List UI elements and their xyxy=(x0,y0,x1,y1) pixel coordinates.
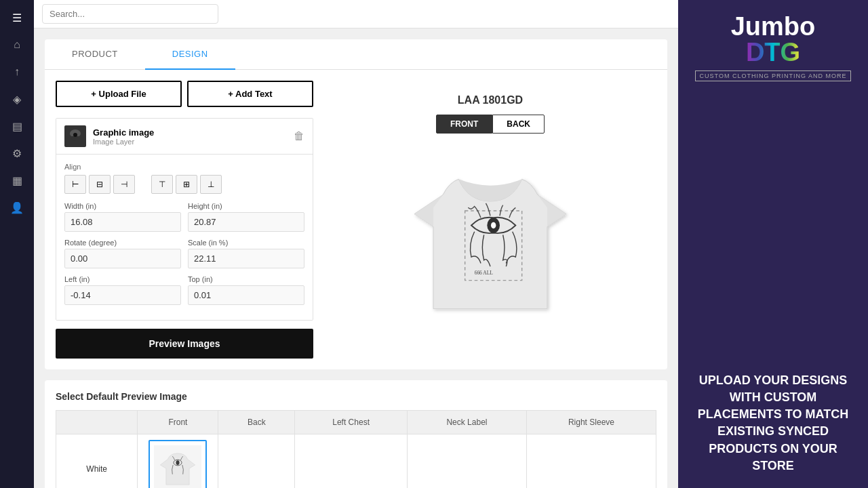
align-section: Align ⊢ ⊟ ⊣ ⊤ ⊞ ⊥ xyxy=(64,163,304,194)
color-column-header xyxy=(56,411,138,434)
svg-point-4 xyxy=(491,222,496,228)
page-area: PRODUCT DESIGN + Upload File + Add Text xyxy=(34,28,678,488)
top-input[interactable] xyxy=(188,285,304,305)
neck-label-column-header: Neck Label xyxy=(408,411,527,434)
svg-point-7 xyxy=(176,460,180,465)
preview-images-button[interactable]: Preview Images xyxy=(56,329,313,359)
layer-thumbnail xyxy=(64,125,86,147)
height-field-group: Height (in) xyxy=(188,202,304,232)
left-label: Left (in) xyxy=(64,275,181,283)
brand-dtg: DTG xyxy=(731,39,816,65)
scale-input[interactable] xyxy=(188,249,304,268)
user-nav-icon[interactable]: 👤 xyxy=(5,195,29,220)
svg-text:666 ALL: 666 ALL xyxy=(475,270,494,276)
view-buttons: FRONT BACK xyxy=(436,115,545,134)
layer-delete-icon[interactable]: 🗑 xyxy=(294,130,304,142)
search-input[interactable] xyxy=(42,4,218,24)
layer-controls: Align ⊢ ⊟ ⊣ ⊤ ⊞ ⊥ xyxy=(56,155,313,320)
align-left-button[interactable]: ⊢ xyxy=(64,175,86,194)
right-sleeve-thumb-cell xyxy=(526,434,656,489)
rotate-input[interactable] xyxy=(64,249,181,268)
align-center-h-button[interactable]: ⊟ xyxy=(89,175,111,194)
align-label: Align xyxy=(64,163,304,171)
upload-buttons: + Upload File + Add Text xyxy=(56,81,313,107)
product-id: LAA 1801GD xyxy=(458,94,523,106)
front-thumb-container[interactable] xyxy=(149,440,207,488)
svg-point-1 xyxy=(73,133,77,137)
width-label: Width (in) xyxy=(64,202,181,210)
tabs: PRODUCT DESIGN xyxy=(45,39,667,70)
settings-nav-icon[interactable]: ⚙ xyxy=(5,141,29,165)
card-body: + Upload File + Add Text xyxy=(45,70,667,369)
align-bottom-button[interactable]: ⊥ xyxy=(200,175,222,194)
layer-thumb-icon xyxy=(66,127,85,146)
menu-icon[interactable]: ☰ xyxy=(5,5,29,30)
top-field-group: Top (in) xyxy=(188,275,304,305)
layer-type: Image Layer xyxy=(93,138,294,146)
tab-design[interactable]: DESIGN xyxy=(145,39,235,70)
chart-nav-icon[interactable]: ▦ xyxy=(5,168,29,192)
tshirt-preview: 666 ALL xyxy=(395,144,585,334)
height-input[interactable] xyxy=(188,212,304,232)
rotate-field-group: Rotate (degree) xyxy=(64,239,181,268)
scale-field-group: Scale (in %) xyxy=(188,239,304,268)
tshirt-svg: 666 ALL xyxy=(395,144,585,334)
right-panel: LAA 1801GD FRONT BACK xyxy=(324,81,656,359)
left-panel: + Upload File + Add Text xyxy=(56,81,313,359)
inbox-nav-icon[interactable]: ▤ xyxy=(5,114,29,138)
table-header-row: Front Back Left Chest Neck Label Right S… xyxy=(56,411,656,434)
color-name-cell: White xyxy=(56,434,138,489)
front-column-header: Front xyxy=(138,411,218,434)
front-view-button[interactable]: FRONT xyxy=(436,115,492,134)
scale-label: Scale (in %) xyxy=(188,239,304,247)
upload-nav-icon[interactable]: ↑ xyxy=(5,60,29,84)
left-field-group: Left (in) xyxy=(64,275,181,305)
add-text-button[interactable]: + Add Text xyxy=(187,81,313,107)
upload-file-button[interactable]: + Upload File xyxy=(56,81,182,107)
back-column-header: Back xyxy=(218,411,295,434)
table-row: White xyxy=(56,434,656,489)
brand-logo: Jumbo DTG xyxy=(731,14,816,65)
layer-panel: Graphic image Image Layer 🗑 Align ⊢ xyxy=(56,118,313,321)
align-center-v-button[interactable]: ⊞ xyxy=(176,175,197,194)
neck-label-thumb-cell xyxy=(408,434,527,489)
left-input[interactable] xyxy=(64,285,181,305)
layer-name: Graphic image xyxy=(93,127,294,138)
front-thumb-image xyxy=(154,445,201,488)
tab-product[interactable]: PRODUCT xyxy=(45,39,145,70)
fields-grid: Width (in) Height (in) Rotate (degree) xyxy=(64,202,304,305)
layer-header: Graphic image Image Layer 🗑 xyxy=(56,119,313,155)
rotate-label: Rotate (degree) xyxy=(64,239,181,247)
dashboard-icon[interactable]: ⌂ xyxy=(5,33,29,57)
brand-jumbo: Jumbo xyxy=(731,14,816,39)
front-thumb-cell[interactable] xyxy=(138,434,218,489)
thumb-tshirt-svg xyxy=(157,449,198,488)
preview-table: Front Back Left Chest Neck Label Right S… xyxy=(56,410,656,488)
layer-info: Graphic image Image Layer xyxy=(93,127,294,146)
back-view-button[interactable]: BACK xyxy=(492,115,545,134)
height-label: Height (in) xyxy=(188,202,304,210)
tag-nav-icon[interactable]: ◈ xyxy=(5,87,29,111)
main-content: PRODUCT DESIGN + Upload File + Add Text xyxy=(34,0,678,488)
select-preview-title: Select Default Preview Image xyxy=(56,391,656,402)
sidebar: ☰ ⌂ ↑ ◈ ▤ ⚙ ▦ 👤 xyxy=(0,0,34,488)
brand-cta: UPLOAD YOUR DESIGNS WITH CUSTOM PLACEMEN… xyxy=(692,372,854,474)
top-label: Top (in) xyxy=(188,275,304,283)
align-row: ⊢ ⊟ ⊣ ⊤ ⊞ ⊥ xyxy=(64,175,304,194)
brand-panel: Jumbo DTG Custom Clothing Printing and M… xyxy=(678,0,868,488)
left-chest-column-header: Left Chest xyxy=(295,411,408,434)
topbar xyxy=(34,0,678,28)
right-sleeve-column-header: Right Sleeve xyxy=(526,411,656,434)
left-chest-thumb-cell xyxy=(295,434,408,489)
align-right-button[interactable]: ⊣ xyxy=(113,175,135,194)
main-card: PRODUCT DESIGN + Upload File + Add Text xyxy=(45,39,667,369)
back-thumb-cell xyxy=(218,434,295,489)
bottom-card: Select Default Preview Image Front Back … xyxy=(45,380,667,488)
width-field-group: Width (in) xyxy=(64,202,181,232)
align-top-button[interactable]: ⊤ xyxy=(151,175,173,194)
brand-tagline: Custom Clothing Printing and More xyxy=(695,70,852,81)
width-input[interactable] xyxy=(64,212,181,232)
